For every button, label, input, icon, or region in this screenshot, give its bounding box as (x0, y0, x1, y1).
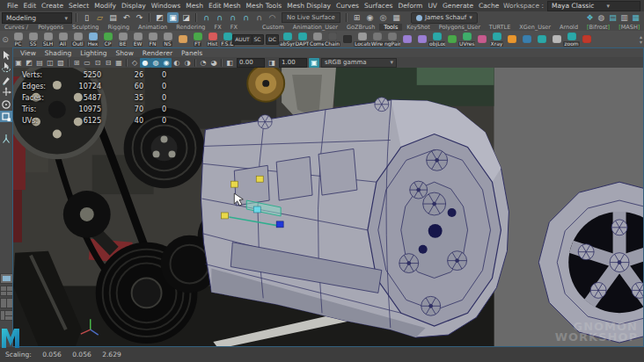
channel-box-icon[interactable]: ▦ (630, 12, 641, 23)
render-settings-icon[interactable]: ▦ (391, 12, 402, 23)
shelf-tab[interactable]: Animation (134, 24, 172, 31)
shadows-icon[interactable]: ◐ (172, 58, 182, 68)
tool-settings-icon[interactable]: ▥ (618, 12, 630, 23)
snap-point-icon[interactable]: ∩ (227, 12, 238, 23)
modeling-toolkit-icon[interactable]: ❖ (584, 12, 596, 23)
shelf-button[interactable]: Comet (310, 32, 325, 47)
shelf-button[interactable]: AUUT (235, 32, 250, 47)
gamma-field[interactable]: 1.00 (279, 58, 307, 68)
panel-menu-item[interactable]: Show (113, 49, 137, 57)
shelf-button[interactable] (579, 32, 594, 47)
shelf-button[interactable]: Wire (370, 32, 384, 47)
shelf-button[interactable] (444, 32, 459, 47)
shelf-button[interactable]: Hex (85, 32, 100, 47)
menu-item[interactable]: Create (39, 2, 66, 10)
view-transform-select[interactable]: sRGB gamma (321, 58, 397, 68)
shelf-button[interactable]: All (55, 32, 70, 47)
shelf-button[interactable] (474, 32, 489, 47)
shelf-button[interactable]: DC (265, 32, 280, 47)
select-tool[interactable] (0, 49, 12, 61)
shelf-button[interactable]: Locator (355, 32, 370, 47)
menu-item[interactable]: Windows (149, 2, 183, 10)
shelf-button[interactable] (519, 32, 534, 47)
bookmarks-icon[interactable]: ◫ (45, 58, 55, 68)
wireframe-icon[interactable]: ◇ (129, 58, 140, 68)
menu-item[interactable]: Surfaces (362, 2, 395, 10)
select-component-icon[interactable]: ◪ (180, 12, 192, 23)
shelf-button[interactable] (414, 32, 429, 47)
shelf-button[interactable]: SS (26, 32, 40, 47)
menu-item[interactable]: Edit Mesh (206, 2, 244, 10)
shelf-button[interactable] (340, 32, 355, 47)
shelf-button[interactable]: PC (11, 32, 26, 47)
shelf-button[interactable] (504, 32, 519, 47)
layout-four-pane-button[interactable] (0, 286, 13, 296)
shelf-button[interactable]: Outl (70, 32, 85, 47)
scale-tool[interactable] (0, 111, 12, 122)
shelf-tab[interactable]: MASH (614, 24, 644, 31)
user-account-menu[interactable]: James Schauf (411, 12, 478, 24)
lasso-tool[interactable] (0, 62, 12, 73)
shelf-button[interactable]: SC (250, 32, 265, 47)
gear-icon[interactable]: ⊙ (0, 35, 11, 44)
film-gate-icon[interactable]: ▭ (82, 58, 92, 68)
layout-single-pane-button[interactable] (0, 273, 13, 284)
shelf-button[interactable] (549, 32, 564, 47)
panel-menu-item[interactable]: Renderer (139, 49, 176, 57)
shelf-button[interactable] (399, 32, 414, 47)
exposure-field[interactable]: 0.00 (237, 58, 265, 68)
lights-icon[interactable]: ◉ (161, 58, 172, 68)
shelf-tab[interactable]: Rigging (103, 24, 134, 31)
snap-projected-center-icon[interactable]: ∩ (240, 12, 252, 23)
shelf-tab[interactable]: FX Caching (226, 24, 258, 31)
make-live-icon[interactable]: ◠ (267, 12, 278, 23)
shelf-button[interactable]: zoom (564, 32, 579, 47)
save-scene-icon[interactable]: ▤ (107, 12, 119, 23)
grid-icon[interactable]: ⊞ (71, 58, 82, 68)
shelf-tab[interactable]: Tools (379, 24, 402, 31)
menu-set-select[interactable]: Modeling (2, 12, 72, 24)
select-camera-icon[interactable]: ▣ (13, 58, 24, 68)
shelf-button[interactable] (534, 32, 549, 47)
panel-menu-item[interactable]: Panels (178, 49, 206, 57)
ipr-render-icon[interactable]: ◎ (377, 12, 389, 23)
menu-item[interactable]: Select (66, 2, 91, 10)
viewport-scene[interactable] (13, 68, 643, 346)
select-object-icon[interactable]: ▣ (167, 12, 179, 23)
move-tool[interactable] (0, 86, 12, 98)
construction-history-icon[interactable]: ⊞ (351, 12, 362, 23)
screen-space-ao-icon[interactable]: ◑ (182, 58, 193, 68)
textured-icon[interactable]: ◍ (150, 58, 161, 68)
shelf-tab[interactable]: GoZBrush (342, 24, 379, 31)
shelf-button[interactable]: CP (100, 32, 115, 47)
gate-mask-icon[interactable]: ⊟ (103, 58, 113, 68)
menu-item[interactable]: Modify (91, 2, 119, 10)
menu-item[interactable]: Mesh (183, 2, 206, 10)
shelf-button[interactable]: ngPaint (384, 32, 399, 47)
menu-item[interactable]: File (4, 2, 21, 10)
camera-attributes-icon[interactable]: ▤ (34, 58, 45, 68)
paint-select-tool[interactable] (0, 74, 12, 85)
shelf-tab[interactable]: KeyShot (402, 24, 435, 31)
snap-grid-icon[interactable]: ∩ (201, 12, 212, 23)
menu-item[interactable]: Mesh Tools (244, 2, 285, 10)
panel-menu-item[interactable]: Lighting (77, 49, 110, 57)
shelf-tab[interactable]: Rendering (172, 24, 209, 31)
shaded-icon[interactable]: ● (140, 58, 150, 68)
shelf-button[interactable]: abSym (280, 32, 295, 47)
color-management-icon[interactable]: ▣ (309, 58, 319, 68)
shelf-button[interactable]: NS (160, 32, 175, 47)
shelf-button[interactable]: UVres (459, 32, 474, 47)
lock-camera-icon[interactable]: ◩ (24, 58, 34, 68)
shelf-button[interactable]: Hist (205, 32, 220, 47)
panel-menu-item[interactable]: Shading (41, 49, 75, 57)
last-tool-used[interactable] (0, 133, 12, 144)
gamma-icon[interactable]: ◨ (267, 58, 277, 68)
layout-two-pane-button[interactable] (0, 298, 13, 308)
shelf-button[interactable]: FN (145, 32, 160, 47)
menu-item[interactable]: UV (425, 2, 440, 10)
shelf-button[interactable]: FT (190, 32, 205, 47)
shelf-tab[interactable]: Animation_User (289, 24, 342, 31)
snap-curve-icon[interactable]: ∩ (214, 12, 225, 23)
shelf-scroll-arrows[interactable]: ▴▾ (640, 34, 644, 45)
